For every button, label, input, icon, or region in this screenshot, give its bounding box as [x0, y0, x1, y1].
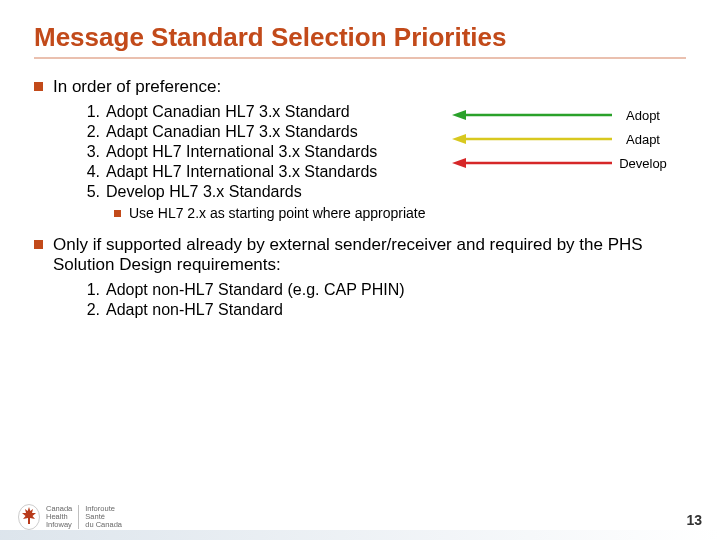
bullet-2-text: Only if supported already by external se…: [53, 235, 653, 275]
arrow-head-icon: [452, 158, 466, 168]
arrow-row: Adopt: [452, 105, 692, 125]
arrow-label: Adopt: [612, 108, 674, 123]
footer-gradient-bar: [0, 530, 720, 540]
list-item-text: Adapt non-HL7 Standard: [106, 301, 283, 318]
list-item: 1.Adopt non-HL7 Standard (e.g. CAP PHIN): [80, 281, 686, 299]
bullet-1-text: In order of preference:: [53, 77, 221, 97]
title-rule: [34, 57, 686, 59]
square-bullet-icon: [114, 210, 121, 217]
logo-text-en: Canada Health Infoway: [46, 505, 72, 529]
list-item: 5.Develop HL7 3.x Standards: [80, 183, 686, 201]
arrow-left-icon: [452, 156, 612, 170]
list-item-text: Adapt Canadian HL7 3.x Standards: [106, 123, 358, 140]
maple-leaf-icon: [18, 504, 40, 530]
arrow-left-icon: [452, 132, 612, 146]
arrow-row: Adapt: [452, 129, 692, 149]
logo-divider: [78, 505, 79, 529]
arrow-left-icon: [452, 108, 612, 122]
priority-arrows: Adopt Adapt Develop: [452, 105, 692, 177]
arrow-row: Develop: [452, 153, 692, 173]
list-item-text: Adopt HL7 International 3.x Standards: [106, 143, 377, 160]
page-number: 13: [686, 512, 702, 528]
slide-content: In order of preference: 1.Adopt Canadian…: [34, 77, 686, 319]
ordered-list-2: 1.Adopt non-HL7 Standard (e.g. CAP PHIN)…: [80, 281, 686, 319]
list-item-text: Adopt Canadian HL7 3.x Standard: [106, 103, 350, 120]
infoway-logo: Canada Health Infoway Inforoute Santé du…: [18, 504, 122, 530]
list-item-text: Adopt non-HL7 Standard (e.g. CAP PHIN): [106, 281, 405, 298]
logo-text-fr: Inforoute Santé du Canada: [85, 505, 122, 529]
ordered-list-wrap: 1.Adopt Canadian HL7 3.x Standard 2.Adap…: [34, 103, 686, 201]
sub-bullet-text: Use HL7 2.x as starting point where appr…: [129, 205, 426, 221]
arrow-label: Develop: [612, 156, 674, 171]
arrow-head-icon: [452, 134, 466, 144]
arrow-head-icon: [452, 110, 466, 120]
list-item: 2.Adapt non-HL7 Standard: [80, 301, 686, 319]
slide-footer: 13 Canada Health Infoway Inforoute Santé…: [0, 492, 720, 540]
square-bullet-icon: [34, 240, 43, 249]
list-item-text: Develop HL7 3.x Standards: [106, 183, 302, 200]
arrow-label: Adapt: [612, 132, 674, 147]
sub-bullet: Use HL7 2.x as starting point where appr…: [114, 205, 686, 221]
slide-title: Message Standard Selection Priorities: [34, 22, 686, 53]
bullet-1: In order of preference:: [34, 77, 686, 97]
slide: Message Standard Selection Priorities In…: [0, 0, 720, 540]
bullet-2: Only if supported already by external se…: [34, 235, 686, 275]
square-bullet-icon: [34, 82, 43, 91]
list-item-text: Adapt HL7 International 3.x Standards: [106, 163, 377, 180]
